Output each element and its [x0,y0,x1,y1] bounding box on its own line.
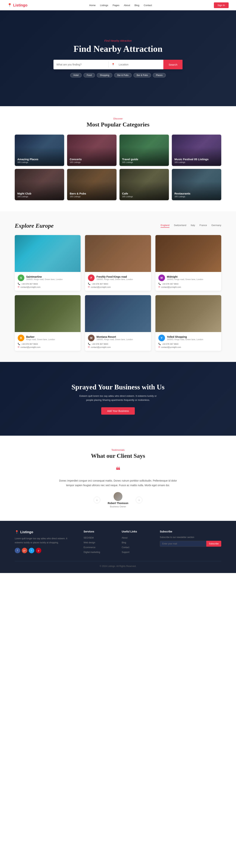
phone-icon: 📞 [18,343,20,345]
place-info-freshly: Freshly Food Kings road 1600/D, Kings ro… [96,275,133,280]
categories-header: Discover Most Popular Categories [15,117,221,128]
footer-subscribe-button[interactable]: Subscribe [206,541,221,547]
prev-testimonial-button[interactable]: ‹ [94,497,100,503]
tab-england[interactable]: England [160,224,170,228]
category-nightclub[interactable]: Night Club 165 Listings [15,169,64,200]
footer-ecommerce-link[interactable]: Ecommerce [84,546,95,549]
category-amazing-places[interactable]: Amazing Places 165 Listings [15,134,64,166]
categories-section: Discover Most Popular Categories Amazing… [0,106,236,211]
cat-count-bars: 165 Listings [70,195,114,198]
place-freshly-food[interactable]: F Freshly Food Kings road 1600/D, Kings … [85,235,151,291]
nav-about[interactable]: About [124,4,130,7]
tab-france[interactable]: France [200,224,207,228]
place-montana[interactable]: M Montana Resort 1600/D, Kings road, Gre… [85,295,151,351]
nav-listings[interactable]: Listings [100,4,108,7]
tab-italy[interactable]: Italy [190,224,195,228]
footer-contact-link[interactable]: Contact [122,546,129,549]
footer-email-input[interactable] [160,541,206,547]
place-yelled-shopping[interactable]: Y Yelled Shopping 1600/D, Kings road, Gr… [155,295,221,351]
location-input[interactable] [116,63,160,66]
next-testimonial-button[interactable]: › [136,497,142,503]
search-input[interactable] [54,63,109,66]
footer-subscribe-desc: Subscribe to our newsletter section [160,536,221,538]
nav-links: Home Listings Pages About Blog Contact [89,3,152,7]
tag-shopping[interactable]: Shopping [97,73,113,78]
cat-overlay-travel: Travel guide 165 Listings [119,134,169,166]
email-icon: ✉ [18,346,19,348]
footer-digital-link[interactable]: Digital marketing [84,551,100,554]
footer-bottom: © 2024 Listingo. All Rights Reserved. [15,561,221,567]
footer-blog-link[interactable]: Blog [122,541,126,544]
testimonial-nav: ‹ Robert Thomson Business Owner › [55,492,181,508]
tag-places[interactable]: Places [153,73,166,78]
category-restaurants[interactable]: Restaurants 165 Listings [172,169,221,200]
cat-title-bars: Bars & Pubs [70,192,114,195]
promo-desc: Esteem quilt lorem too say adieu who dir… [78,394,158,402]
category-concerts[interactable]: Concerts 165 Listings [67,134,117,166]
place-header-barber: B Barber Kings road, Green lane, London [18,335,78,341]
place-email-freshly: ✉ contact@ycmight.com [88,286,148,288]
location-input-wrapper[interactable]: 📍 [109,63,164,66]
logo[interactable]: 📍 Listingo [7,3,27,7]
cat-overlay-music: Music Festival 05 Listings 165 Listings [172,134,221,166]
place-email-yelled: ✉ contact@ycmight.com [158,346,218,348]
tag-bar-pubs[interactable]: Bar & Pubs [114,73,131,78]
place-avatar-montana: M [88,335,95,341]
nav-home[interactable]: Home [89,4,96,7]
cat-overlay-nightclub: Night Club 165 Listings [15,169,64,200]
testimonials-title: What our Client Says [15,453,221,459]
quote-icon: ❝ [55,466,181,475]
category-travel[interactable]: Travel guide 165 Listings [119,134,169,166]
footer-about-link[interactable]: About [122,536,127,539]
footer-grid: 📍 Listingo Lorem quilt longer too say ad… [15,530,221,554]
google-plus-button[interactable]: g+ [22,548,27,553]
facebook-button[interactable]: f [15,548,20,553]
hero-section: Find Nearby Attraction Find Nearby Attra… [0,10,236,106]
tab-germany[interactable]: Germany [211,224,221,228]
add-business-button[interactable]: Add Your Business [101,407,135,415]
pinterest-button[interactable]: p [36,548,41,553]
tab-switzerland[interactable]: Switzerland [174,224,186,228]
tag-food[interactable]: Food [84,73,95,78]
place-img-montana [85,295,151,332]
place-img-freshly [85,235,151,272]
category-bars[interactable]: Bars & Pubs 165 Listings [67,169,117,200]
cat-overlay-concerts: Concerts 165 Listings [67,134,117,166]
category-music-festival[interactable]: Music Festival 05 Listings 165 Listings [172,134,221,166]
footer-useful-col: Useful Links About Blog Contact Support [122,530,152,554]
place-saintmartine[interactable]: S Saintmartine 1600/D, Kings road, Green… [15,235,81,291]
footer-subscribe-col: Subscribe Subscribe to our newsletter se… [160,530,221,554]
category-cafe[interactable]: Cafe 165 Listings [119,169,169,200]
testimonial-author: Robert Thomson Business Owner [108,492,128,508]
footer-webdesign-link[interactable]: Web design [84,541,95,544]
nav-pages[interactable]: Pages [113,4,119,7]
footer-support-link[interactable]: Support [122,551,129,554]
tag-hotel[interactable]: Hotel [70,73,82,78]
signin-button[interactable]: Sign In [214,2,229,8]
search-button[interactable]: Search [164,60,182,69]
twitter-button[interactable]: t [29,548,34,553]
place-midnight[interactable]: M Midnight 1600/D, Kings road, Green lan… [155,235,221,291]
place-meta-saintmartine: 📞 +44 078 367 9843 ✉ contact@ycmight.com [18,283,78,288]
footer-useful-links: About Blog Contact Support [122,536,152,554]
place-barber[interactable]: B Barber Kings road, Green lane, London … [15,295,81,351]
place-meta-barber: 📞 +44 078 367 9843 ✉ contact@ycmight.com [18,343,78,348]
cat-count-travel: 165 Listings [122,161,166,163]
phone-icon: 📞 [158,283,161,285]
tag-bar-pubs-2[interactable]: Bar & Pubs [134,73,151,78]
phone-icon: 📞 [88,283,91,285]
footer-seo-link[interactable]: SEO/SEM [84,536,94,539]
footer-copyright: © 2024 Listingo. All Rights Reserved. [100,565,136,567]
nav-contact[interactable]: Contact [144,4,152,7]
email-icon: ✉ [88,346,90,348]
logo-text: Listingo [13,3,27,7]
place-info-montana: Montana Resort 1600/D, Kings road, Green… [96,335,133,341]
place-phone-barber: 📞 +44 078 367 9843 [18,343,78,345]
cat-title-travel: Travel guide [122,158,166,161]
explore-title: Explore Europe [15,222,54,229]
nav-blog[interactable]: Blog [135,4,139,7]
footer-services-links: SEO/SEM Web design Ecommerce Digital mar… [84,536,114,554]
cat-title-amazing: Amazing Places [17,158,62,161]
footer-logo-text: Listingo [20,530,33,534]
place-img-saintmartine [15,235,81,272]
